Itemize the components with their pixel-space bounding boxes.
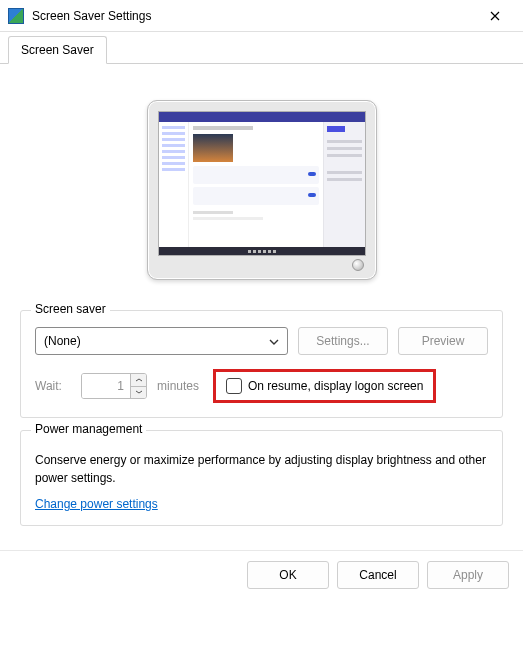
tab-content: Screen saver (None) Settings... Preview …	[0, 64, 523, 546]
close-icon	[490, 11, 500, 21]
monitor-screen	[158, 111, 366, 256]
on-resume-checkbox[interactable]	[226, 378, 242, 394]
screen-saver-selected: (None)	[44, 334, 81, 348]
settings-button[interactable]: Settings...	[298, 327, 388, 355]
screen-saver-group: Screen saver (None) Settings... Preview …	[20, 310, 503, 418]
power-management-group: Power management Conserve energy or maxi…	[20, 430, 503, 526]
apply-button[interactable]: Apply	[427, 561, 509, 589]
change-power-settings-link[interactable]: Change power settings	[35, 497, 158, 511]
minutes-label: minutes	[157, 379, 199, 393]
tab-strip: Screen Saver	[0, 32, 523, 64]
screen-saver-group-label: Screen saver	[31, 302, 110, 316]
preview-area	[20, 80, 503, 310]
close-button[interactable]	[475, 2, 515, 30]
window-title: Screen Saver Settings	[32, 9, 475, 23]
monitor-preview	[147, 100, 377, 280]
ok-button[interactable]: OK	[247, 561, 329, 589]
dialog-footer: OK Cancel Apply	[0, 550, 523, 599]
wait-down-button[interactable]	[131, 387, 146, 399]
wait-label: Wait:	[35, 379, 71, 393]
wait-spinner[interactable]	[81, 373, 147, 399]
power-description: Conserve energy or maximize performance …	[35, 451, 488, 487]
power-group-label: Power management	[31, 422, 146, 436]
preview-button[interactable]: Preview	[398, 327, 488, 355]
screen-saver-select[interactable]: (None)	[35, 327, 288, 355]
on-resume-highlight: On resume, display logon screen	[213, 369, 436, 403]
on-resume-label: On resume, display logon screen	[248, 379, 423, 393]
tab-screen-saver[interactable]: Screen Saver	[8, 36, 107, 64]
wait-input[interactable]	[82, 374, 130, 398]
app-icon	[8, 8, 24, 24]
cancel-button[interactable]: Cancel	[337, 561, 419, 589]
chevron-down-icon	[135, 390, 143, 394]
title-bar: Screen Saver Settings	[0, 0, 523, 32]
chevron-down-icon	[269, 334, 279, 348]
monitor-power-icon	[352, 259, 364, 271]
wait-up-button[interactable]	[131, 374, 146, 387]
chevron-up-icon	[135, 378, 143, 382]
